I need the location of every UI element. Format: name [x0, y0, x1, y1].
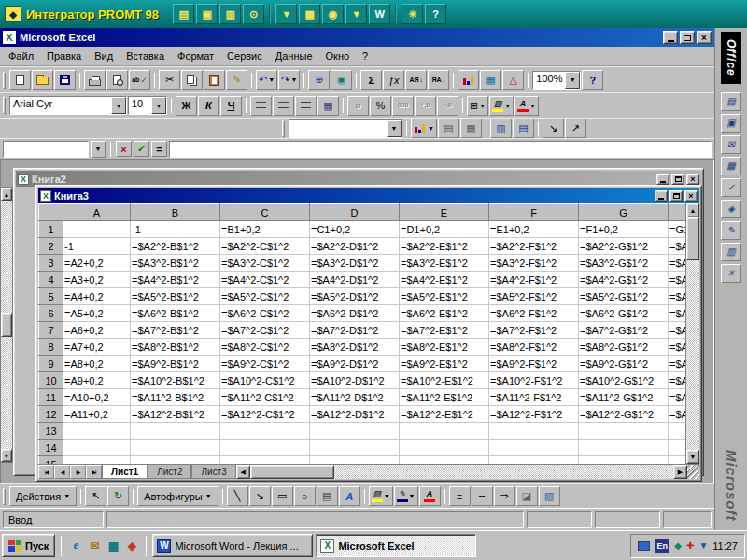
minimize-button[interactable]: [655, 190, 668, 202]
cell-H4[interactable]: =$A4^2-H$1^2: [669, 272, 686, 288]
row-header-10[interactable]: 10: [39, 372, 63, 389]
cell-A10[interactable]: =A9+0,2: [63, 372, 131, 389]
cell-B6[interactable]: =$A6^2-B$1^2: [131, 305, 220, 322]
office-mail-button[interactable]: ✉: [721, 135, 741, 154]
cell-C4[interactable]: =$A4^2-C$1^2: [220, 272, 310, 288]
cell-F14[interactable]: [489, 440, 579, 456]
cell-A15[interactable]: [63, 456, 131, 465]
cell-B4[interactable]: =$A4^2-B$1^2: [131, 272, 220, 288]
cell-B11[interactable]: =$A11^2-B$1^2: [131, 389, 220, 406]
chevron-down-icon[interactable]: ▼: [111, 97, 126, 114]
sheet-tab-Лист3[interactable]: Лист3: [191, 465, 235, 479]
scrollbar-thumb[interactable]: [1, 313, 12, 337]
column-header-B[interactable]: B: [131, 204, 220, 221]
cell-E13[interactable]: [400, 423, 489, 440]
offscreen-window-scrollbar[interactable]: ▲ ▼: [0, 187, 13, 463]
menu-item-4[interactable]: Формат: [171, 49, 220, 63]
cell-E9[interactable]: =$A9^2-E$1^2: [400, 356, 489, 372]
start-button[interactable]: Пуск: [2, 534, 55, 557]
toolbar-handle[interactable]: [3, 72, 6, 89]
cell-F12[interactable]: =$A12^2-F$1^2: [489, 406, 579, 423]
maximize-button[interactable]: [671, 174, 684, 185]
menu-item-5[interactable]: Сервис: [220, 49, 269, 63]
cell-B10[interactable]: =$A10^2-B$1^2: [131, 372, 220, 389]
row-header-8[interactable]: 8: [39, 339, 63, 356]
scroll-up-button[interactable]: ▲: [1, 188, 12, 201]
merge-center-button[interactable]: ▦: [317, 96, 339, 116]
print-button[interactable]: [84, 70, 106, 90]
cell-F9[interactable]: =$A9^2-F$1^2: [489, 356, 579, 372]
scroll-down-button[interactable]: ▼: [1, 449, 12, 462]
sort-ascending-button[interactable]: АЯ↓: [405, 70, 427, 90]
row-header-15[interactable]: 15: [39, 456, 63, 465]
edit-formula-button[interactable]: =: [151, 141, 167, 157]
cell-F15[interactable]: [489, 456, 579, 465]
cell-H10[interactable]: =$A10^2-H$1^2: [669, 372, 686, 389]
cell-D3[interactable]: =$A3^2-D$1^2: [310, 255, 400, 272]
font-name-combo[interactable]: Arial Cyr ▼: [9, 96, 127, 115]
cell-G9[interactable]: =$A9^2-G$1^2: [579, 356, 669, 372]
cell-C11[interactable]: =$A11^2-C$1^2: [220, 389, 310, 406]
cell-A7[interactable]: =A6+0,2: [63, 322, 131, 339]
cell-B12[interactable]: =$A12^2-B$1^2: [131, 406, 220, 423]
decrease-decimal-button[interactable]: -,0: [437, 96, 458, 116]
promt-search-button[interactable]: ⊙: [243, 4, 264, 24]
name-box-dropdown[interactable]: ▼: [91, 141, 106, 158]
sheet-tab-Лист1[interactable]: Лист1: [102, 465, 148, 479]
cell-A13[interactable]: [63, 423, 131, 440]
cell-G10[interactable]: =$A10^2-G$1^2: [579, 372, 669, 389]
cell-B15[interactable]: [131, 456, 220, 465]
channels-icon[interactable]: ◈: [123, 538, 140, 554]
cell-A8[interactable]: =A7+0,2: [63, 339, 131, 356]
cell-A2[interactable]: -1: [63, 238, 131, 255]
cell-B14[interactable]: [131, 440, 220, 456]
menu-item-3[interactable]: Вставка: [120, 49, 171, 63]
cell-F5[interactable]: =$A5^2-F$1^2: [489, 288, 579, 305]
cell-F6[interactable]: =$A6^2-F$1^2: [489, 305, 579, 322]
paste-function-button[interactable]: ƒx: [383, 70, 404, 90]
promt-settings-button[interactable]: ✳: [402, 4, 423, 24]
cell-D8[interactable]: =$A8^2-D$1^2: [310, 339, 400, 356]
enter-button[interactable]: ✓: [134, 141, 149, 157]
free-rotate-button[interactable]: ↻: [107, 486, 129, 506]
row-header-13[interactable]: 13: [39, 423, 63, 440]
sheet-tab-Лист2[interactable]: Лист2: [148, 465, 191, 479]
cell-H1[interactable]: =G1+0,2: [669, 221, 686, 238]
scroll-left-button[interactable]: ◀: [236, 465, 250, 479]
promt-quick-translate-button[interactable]: ▼: [345, 4, 367, 24]
cell-A12[interactable]: =A11+0,2: [63, 406, 131, 423]
cell-H8[interactable]: =$A8^2-H$1^2: [669, 339, 686, 356]
cell-D1[interactable]: =C1+0,2: [310, 221, 400, 238]
column-header-G[interactable]: G: [579, 204, 669, 221]
cell-G4[interactable]: =$A4^2-G$1^2: [579, 272, 669, 288]
cell-A4[interactable]: =A3+0,2: [63, 272, 131, 288]
line-color-button[interactable]: ✎▼: [394, 486, 418, 506]
cell-B7[interactable]: =$A7^2-B$1^2: [131, 322, 220, 339]
data-table-button[interactable]: ▦: [460, 119, 482, 138]
workbook-title-bar[interactable]: X Книга3 ×: [38, 188, 699, 203]
office-open-button[interactable]: ▣: [721, 114, 741, 133]
vertical-scrollbar[interactable]: ▲ ▼: [685, 203, 699, 464]
row-header-11[interactable]: 11: [39, 389, 63, 406]
angle-text-up-button[interactable]: ↗: [565, 119, 586, 138]
cell-C2[interactable]: =$A2^2-C$1^2: [220, 238, 310, 255]
cell-D15[interactable]: [310, 456, 400, 465]
underline-button[interactable]: Ч: [220, 96, 242, 116]
open-button[interactable]: [32, 70, 53, 90]
cell-C8[interactable]: =$A8^2-C$1^2: [220, 339, 310, 356]
help-button[interactable]: ?: [582, 70, 603, 90]
cell-B5[interactable]: =$A5^2-B$1^2: [131, 288, 220, 305]
cell-B13[interactable]: [131, 423, 220, 440]
cell-C3[interactable]: =$A3^2-C$1^2: [220, 255, 310, 272]
line-style-button[interactable]: ≡: [449, 486, 471, 506]
language-indicator[interactable]: En: [655, 539, 669, 553]
display-icon[interactable]: [638, 541, 650, 551]
select-all-corner[interactable]: [39, 204, 63, 221]
cell-F8[interactable]: =$A8^2-F$1^2: [489, 339, 579, 356]
column-header-F[interactable]: F: [489, 204, 579, 221]
cell-D9[interactable]: =$A9^2-D$1^2: [310, 356, 400, 372]
cell-D4[interactable]: =$A4^2-D$1^2: [310, 272, 400, 288]
scroll-down-button[interactable]: ▼: [686, 450, 699, 464]
cell-A5[interactable]: =A4+0,2: [63, 288, 131, 305]
office-task-button[interactable]: ✓: [721, 178, 741, 197]
